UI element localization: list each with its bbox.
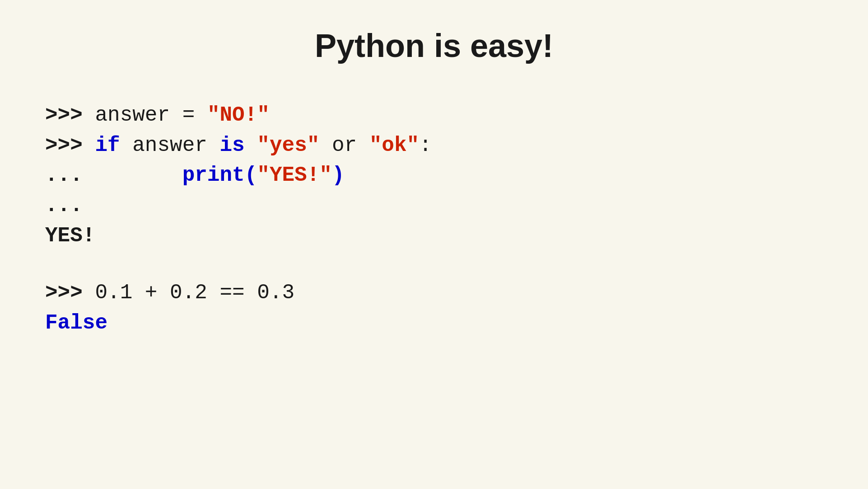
var-answer: answer = [95,103,207,127]
string-yes: "yes" [257,134,319,157]
prompt-5: >>> [45,281,95,305]
kw-is: is [219,134,244,157]
output-yes: YES! [45,224,95,248]
page-container: Python is easy! >>> answer = "NO!" >>> i… [0,0,868,489]
code-line-7-output: False [45,308,294,339]
code-line-6: >>> 0.1 + 0.2 == 0.3 [45,278,294,308]
space-2 [245,134,257,157]
code-line-4: ... [45,191,432,221]
output-false: False [45,311,107,335]
string-yes-out: "YES!" [257,164,332,187]
prompt-1: >>> [45,103,95,127]
colon-1: : [419,134,432,157]
expression-float: 0.1 + 0.2 == 0.3 [95,281,294,305]
code-block-2: >>> 0.1 + 0.2 == 0.3 False [45,278,294,338]
code-line-1: >>> answer = "NO!" [45,100,432,131]
prompt-4: ... [45,194,95,217]
kw-if: if [95,134,120,157]
fn-print: print( [182,164,257,187]
indent-space [95,164,182,187]
prompt-3: ... [45,164,95,187]
page-title: Python is easy! [45,27,823,64]
op-or: or [319,134,369,157]
space-1: answer [120,134,220,157]
code-line-2: >>> if answer is "yes" or "ok": [45,131,432,161]
code-block-1: >>> answer = "NO!" >>> if answer is "yes… [45,100,432,251]
paren-close: ) [332,164,345,187]
code-line-5-output: YES! [45,221,432,251]
string-no: "NO!" [207,103,270,127]
string-ok: "ok" [369,134,419,157]
prompt-2: >>> [45,134,95,157]
code-line-3: ... print("YES!") [45,160,432,191]
